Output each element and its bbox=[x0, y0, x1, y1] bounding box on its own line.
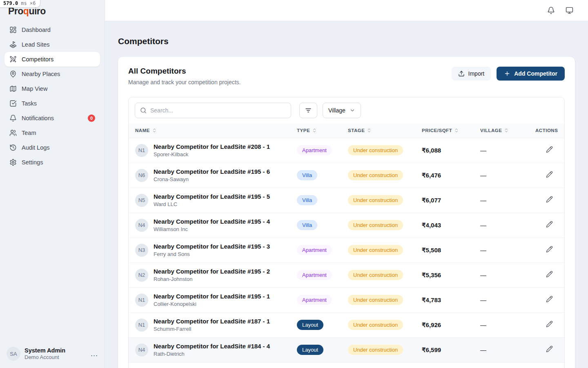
sidebar-item-competitors[interactable]: Competitors bbox=[4, 52, 100, 67]
user-account-section[interactable]: SA System Admin Demo Account ... bbox=[0, 341, 105, 368]
sidebar-item-map-view[interactable]: Map View bbox=[4, 81, 100, 96]
edit-button[interactable] bbox=[546, 196, 553, 203]
import-button[interactable]: Import bbox=[452, 67, 491, 81]
task-check-icon bbox=[9, 100, 17, 107]
village-value: — bbox=[474, 213, 529, 238]
pencil-icon bbox=[546, 146, 553, 153]
stage-badge: Under construction bbox=[348, 170, 403, 180]
monitor-icon[interactable] bbox=[566, 7, 573, 14]
add-competitor-button[interactable]: Add Competitor bbox=[497, 67, 565, 81]
edit-button[interactable] bbox=[546, 221, 553, 228]
edit-button[interactable] bbox=[546, 321, 553, 328]
stage-badge: Under construction bbox=[348, 270, 403, 280]
render-time-multiplier: ×6 bbox=[30, 0, 36, 6]
avatar: N4 bbox=[135, 219, 148, 232]
avatar: N2 bbox=[135, 269, 148, 282]
avatar: N1 bbox=[135, 294, 148, 307]
search-input[interactable] bbox=[150, 107, 286, 114]
sort-icon bbox=[152, 128, 157, 133]
stage-badge: Under construction bbox=[348, 345, 403, 355]
competitor-name: Nearby Competitor for LeadSite #195 - 5 bbox=[154, 193, 270, 200]
type-badge: Villa bbox=[297, 170, 317, 180]
search-box bbox=[135, 103, 291, 118]
pencil-icon bbox=[546, 346, 553, 352]
sidebar-item-label: Team bbox=[22, 130, 36, 136]
table-header-row: NAME TYPE STAGE PRICE/SQFT VILLAGE ACTIO… bbox=[129, 123, 564, 138]
stage-badge: Under construction bbox=[348, 245, 403, 255]
edit-button[interactable] bbox=[546, 271, 553, 278]
village-value: — bbox=[474, 188, 529, 213]
pencil-icon bbox=[546, 246, 553, 253]
pencil-icon bbox=[546, 221, 553, 228]
table-row[interactable]: N5 Nearby Competitor for LeadSite #195 -… bbox=[129, 188, 564, 213]
user-name: System Admin bbox=[24, 347, 65, 354]
avatar: N4 bbox=[135, 343, 148, 357]
filter-button[interactable] bbox=[299, 103, 317, 118]
price-value: ₹6,476 bbox=[415, 163, 474, 188]
edit-button[interactable] bbox=[546, 296, 553, 303]
edit-button[interactable] bbox=[546, 246, 553, 253]
type-badge: Apartment bbox=[297, 245, 332, 255]
sidebar-item-team[interactable]: Team bbox=[4, 126, 100, 140]
type-badge: Layout bbox=[297, 345, 323, 355]
sidebar-item-tasks[interactable]: Tasks bbox=[4, 96, 100, 111]
column-header-price[interactable]: PRICE/SQFT bbox=[422, 128, 459, 133]
sort-icon bbox=[312, 128, 317, 133]
edit-button[interactable] bbox=[546, 346, 553, 352]
price-value: ₹4,043 bbox=[415, 213, 474, 238]
stage-badge: Under construction bbox=[348, 220, 403, 230]
price-value: ₹6,599 bbox=[415, 337, 474, 362]
stage-badge: Under construction bbox=[348, 145, 403, 155]
village-filter-dropdown[interactable]: Village bbox=[323, 103, 361, 118]
avatar: N3 bbox=[135, 244, 148, 257]
table-row[interactable]: N1 Nearby Competitor for LeadSite #195 -… bbox=[129, 287, 564, 312]
render-time-value: 579.0 bbox=[3, 0, 18, 6]
card-actions: Import Add Competitor bbox=[452, 67, 565, 81]
table-row[interactable]: N4 Nearby Competitor for LeadSite #195 -… bbox=[129, 213, 564, 238]
column-header-name[interactable]: NAME bbox=[135, 128, 157, 133]
type-badge: Layout bbox=[297, 320, 323, 330]
sidebar-item-label: Dashboard bbox=[22, 27, 51, 33]
avatar: N1 bbox=[135, 144, 148, 157]
table-row[interactable]: N2 Nearby Competitor for LeadSite #195 -… bbox=[129, 263, 564, 287]
table-row[interactable]: N1 Nearby Competitor for LeadSite #187 -… bbox=[129, 312, 564, 337]
topbar bbox=[105, 0, 588, 21]
sidebar-item-label: Lead Sites bbox=[22, 41, 50, 48]
render-time-debug-badge: 579.0 ms ×6 bbox=[0, 0, 40, 8]
user-menu-ellipsis-icon[interactable]: ... bbox=[91, 350, 98, 357]
page-content: Competitors All Competitors Manage and t… bbox=[105, 21, 588, 368]
sidebar-item-settings[interactable]: Settings bbox=[4, 155, 100, 170]
edit-button[interactable] bbox=[546, 146, 553, 153]
land-plot-icon bbox=[9, 41, 17, 48]
competitor-name: Nearby Competitor for LeadSite #195 - 3 bbox=[154, 243, 270, 250]
bell-icon[interactable] bbox=[547, 7, 555, 14]
village-value: — bbox=[474, 163, 529, 188]
sidebar-item-nearby-places[interactable]: Nearby Places bbox=[4, 67, 100, 81]
sort-icon bbox=[504, 128, 509, 133]
table-row[interactable]: N6 Nearby Competitor for LeadSite #195 -… bbox=[129, 163, 564, 188]
user-subtitle: Demo Account bbox=[24, 354, 65, 360]
table-row[interactable]: N1 Nearby Competitor for LeadSite #208 -… bbox=[129, 138, 564, 163]
column-header-village[interactable]: VILLAGE bbox=[480, 128, 509, 133]
competitor-name: Nearby Competitor for LeadSite #208 - 1 bbox=[154, 143, 270, 150]
type-badge: Apartment bbox=[297, 145, 332, 155]
sidebar-nav: Dashboard Lead Sites Competitors Nearby … bbox=[0, 22, 105, 170]
column-header-type[interactable]: TYPE bbox=[297, 128, 317, 133]
pencil-icon bbox=[546, 321, 553, 328]
settings-icon bbox=[9, 159, 17, 166]
edit-button[interactable] bbox=[546, 171, 553, 178]
competitor-company: Rohan-Johnston bbox=[154, 276, 270, 282]
column-header-stage[interactable]: STAGE bbox=[348, 128, 372, 133]
table-row[interactable]: N4 Nearby Competitor for LeadSite #184 -… bbox=[129, 337, 564, 362]
sidebar-item-dashboard[interactable]: Dashboard bbox=[4, 22, 100, 37]
sidebar-item-notifications[interactable]: Notifications 0 bbox=[4, 111, 100, 126]
sidebar-item-lead-sites[interactable]: Lead Sites bbox=[4, 37, 100, 52]
render-time-unit: ms bbox=[21, 0, 27, 6]
competitor-company: Ferry and Sons bbox=[154, 251, 270, 257]
table-row[interactable]: N3 Nearby Competitor for LeadSite #195 -… bbox=[129, 238, 564, 263]
avatar: N1 bbox=[135, 319, 148, 332]
sidebar-item-audit-logs[interactable]: Audit Logs bbox=[4, 140, 100, 155]
chevron-down-icon bbox=[350, 108, 355, 113]
competitor-company: Williamson Inc bbox=[154, 226, 270, 232]
table-toolbar: Village bbox=[129, 97, 564, 123]
